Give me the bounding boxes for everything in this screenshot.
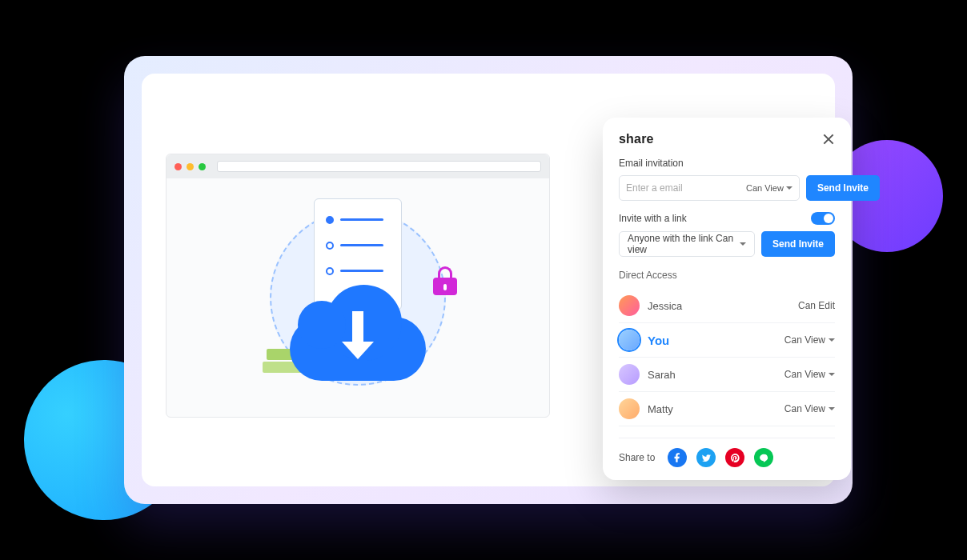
window-close-dot: [175, 163, 182, 170]
person-row: You Can View: [619, 323, 835, 358]
lock-icon: [433, 268, 457, 295]
cloud-download-illustration: [167, 178, 549, 417]
share-to-label: Share to: [619, 452, 655, 463]
person-permission-dropdown[interactable]: Can View: [784, 334, 835, 346]
cloud-download-icon: [290, 285, 426, 381]
share-to-row: Share to: [619, 438, 835, 467]
share-title: share: [619, 132, 654, 146]
person-row: Sarah Can View: [619, 358, 835, 392]
link-permission-value: Anyone with the link Can view: [628, 233, 740, 255]
invite-link-toggle[interactable]: [811, 212, 835, 225]
close-icon[interactable]: [822, 133, 835, 146]
avatar: [619, 330, 640, 350]
person-name: Sarah: [648, 369, 676, 381]
pinterest-icon[interactable]: [725, 448, 744, 467]
email-input[interactable]: [626, 182, 746, 194]
email-invitation-label: Email invitation: [619, 158, 835, 169]
avatar: [619, 295, 640, 316]
person-permission-dropdown[interactable]: Can View: [784, 403, 835, 414]
app-stage: share Email invitation Can View Send Inv…: [124, 56, 853, 504]
twitter-icon[interactable]: [696, 448, 716, 467]
chevron-down-icon: [786, 186, 792, 190]
chevron-down-icon: [829, 338, 835, 342]
email-permission-value: Can View: [746, 183, 784, 193]
email-input-group: Can View: [619, 175, 800, 201]
person-permission: Can Edit: [798, 300, 835, 311]
link-permission-select[interactable]: Anyone with the link Can view: [619, 231, 755, 257]
window-min-dot: [187, 163, 194, 170]
browser-mock: [166, 154, 550, 418]
send-invite-email-button[interactable]: Send Invite: [806, 175, 880, 201]
url-bar: [217, 161, 541, 172]
browser-titlebar: [167, 154, 549, 178]
person-row: Matty Can View: [619, 392, 835, 426]
chevron-down-icon: [829, 373, 835, 376]
avatar: [619, 398, 640, 419]
person-name: Matty: [648, 403, 673, 415]
facebook-icon[interactable]: [668, 448, 687, 467]
person-name: You: [648, 334, 669, 347]
email-permission-dropdown[interactable]: Can View: [746, 183, 792, 193]
chevron-down-icon: [829, 407, 835, 410]
direct-access-label: Direct Access: [619, 270, 835, 281]
person-name: Jessica: [648, 300, 682, 312]
window-max-dot: [199, 163, 206, 170]
person-permission-dropdown[interactable]: Can View: [784, 369, 835, 380]
send-invite-link-button[interactable]: Send Invite: [761, 231, 835, 257]
stage-inner: share Email invitation Can View Send Inv…: [142, 74, 835, 486]
avatar: [619, 364, 640, 385]
share-panel: share Email invitation Can View Send Inv…: [603, 118, 851, 480]
chevron-down-icon: [740, 242, 746, 246]
person-row: Jessica Can Edit: [619, 289, 835, 323]
line-icon[interactable]: [754, 448, 773, 467]
invite-link-label: Invite with a link: [619, 213, 687, 224]
